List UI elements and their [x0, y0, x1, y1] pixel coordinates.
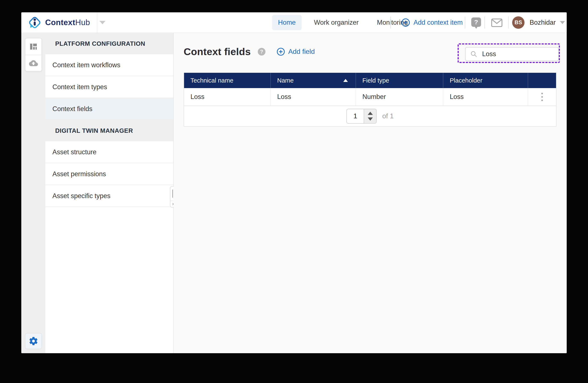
top-navbar: ContextHub Home Work organizer Monitorin…: [21, 12, 567, 33]
user-name: Bozhidar: [530, 19, 556, 26]
page-count-label: of 1: [382, 112, 394, 120]
user-chevron-down-icon: [560, 21, 565, 24]
sort-ascending-icon: [343, 79, 348, 82]
main-content: Context fields ? Add field × Technical n…: [174, 33, 567, 353]
column-header-placeholder[interactable]: Placeholder: [443, 73, 528, 88]
add-field-label: Add field: [288, 48, 315, 56]
cell-field-type: Number: [356, 88, 443, 106]
page-help-icon[interactable]: ?: [258, 48, 265, 56]
page-stepper[interactable]: [364, 109, 377, 124]
avatar: BS: [512, 16, 525, 29]
page-number-input[interactable]: [346, 109, 364, 124]
layout-dashboard-icon: [29, 42, 38, 51]
nav-tabs: Home Work organizer Monitoring: [272, 12, 414, 33]
navbar-separator: [465, 17, 465, 29]
annotation-highlight-box: ×: [458, 43, 560, 63]
brand-name: ContextHub: [45, 18, 90, 27]
navbar-separator: [508, 17, 508, 29]
row-kebab-menu-icon[interactable]: [539, 91, 545, 103]
help-icon[interactable]: ?: [471, 18, 481, 27]
column-header-technical-name[interactable]: Technical name: [184, 73, 270, 88]
brand-name-light: Hub: [75, 18, 90, 27]
gear-icon: [29, 336, 38, 346]
sidebar-panel: PLATFORM CONFIGURATION Context item work…: [45, 33, 174, 353]
mail-icon[interactable]: [491, 18, 503, 28]
cell-technical-name: Loss: [184, 88, 270, 106]
cell-name: Loss: [270, 88, 356, 106]
plus-circle-icon: [401, 18, 410, 27]
step-up-icon[interactable]: [368, 112, 373, 115]
sidebar-section-digital-twin-manager: DIGITAL TWIN MANAGER: [45, 120, 173, 141]
sidebar-item-context-item-workflows[interactable]: Context item workflows: [45, 54, 173, 76]
settings-button[interactable]: [25, 333, 42, 349]
search-icon: [470, 50, 477, 58]
tab-home[interactable]: Home: [272, 15, 302, 30]
search-box: ×: [465, 47, 559, 61]
icon-rail: [21, 33, 45, 353]
brand[interactable]: ContextHub: [28, 12, 105, 33]
navbar-separator: [390, 17, 391, 29]
sidebar-item-asset-structure[interactable]: Asset structure: [45, 141, 173, 163]
brand-chevron-down-icon[interactable]: [100, 21, 105, 24]
contexthub-logo-icon: [28, 16, 42, 30]
search-input[interactable]: [482, 50, 567, 58]
step-down-icon[interactable]: [368, 117, 373, 121]
sidebar-item-context-fields[interactable]: Context fields: [45, 98, 173, 120]
cell-placeholder: Loss: [443, 88, 528, 106]
sidebar-section-platform-configuration: PLATFORM CONFIGURATION: [45, 33, 173, 54]
brand-name-bold: Context: [45, 18, 75, 27]
cloud-upload-icon: [29, 59, 38, 68]
layout-dashboard-button[interactable]: [25, 38, 42, 55]
column-header-name[interactable]: Name: [270, 73, 356, 88]
app-window: ContextHub Home Work organizer Monitorin…: [21, 12, 567, 353]
table-row[interactable]: Loss Loss Number Loss: [184, 88, 556, 106]
add-context-item-label: Add context item: [414, 19, 463, 26]
navbar-divider: [97, 12, 97, 33]
page-title: Context fields: [184, 46, 251, 57]
add-context-item-button[interactable]: Add context item: [401, 12, 463, 33]
column-header-name-label: Name: [277, 77, 294, 84]
rail-button-group: [25, 38, 42, 72]
plus-circle-icon: [276, 47, 285, 56]
pagination-bar: of 1: [184, 106, 556, 126]
sidebar-item-asset-specific-types[interactable]: Asset specific types: [45, 185, 173, 207]
tab-work-organizer[interactable]: Work organizer: [308, 15, 365, 30]
table-header-row: Technical name Name Field type Placehold…: [184, 73, 556, 88]
add-field-button[interactable]: Add field: [276, 47, 315, 56]
column-header-actions: [528, 73, 556, 88]
navbar-separator: [484, 17, 485, 29]
sidebar-item-context-item-types[interactable]: Context item types: [45, 76, 173, 98]
user-menu[interactable]: BS Bozhidar: [512, 12, 565, 33]
context-fields-table: Technical name Name Field type Placehold…: [184, 73, 556, 127]
sidebar-item-asset-permissions[interactable]: Asset permissions: [45, 163, 173, 185]
cell-actions: [528, 88, 556, 106]
cloud-upload-button[interactable]: [25, 55, 42, 71]
column-header-field-type[interactable]: Field type: [356, 73, 443, 88]
page-head: Context fields ? Add field: [184, 46, 315, 57]
